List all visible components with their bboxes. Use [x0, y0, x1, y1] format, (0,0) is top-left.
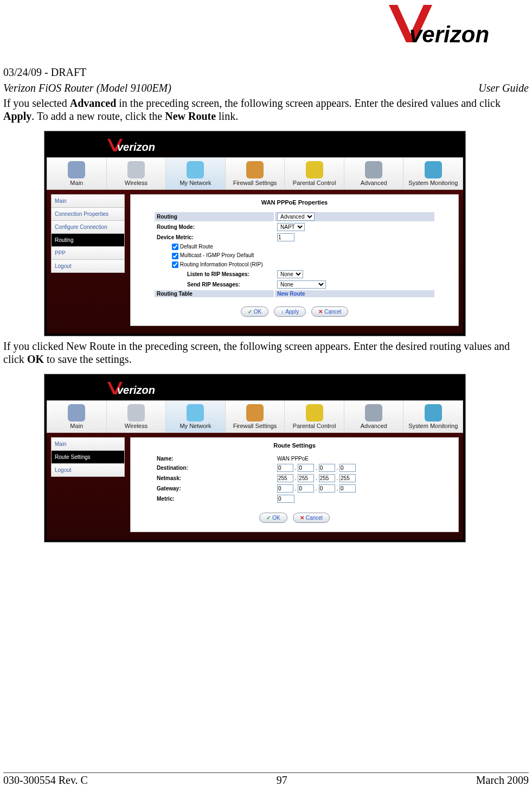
nav-label: Parental Control	[285, 423, 344, 429]
nav-label: System Monitoring	[403, 180, 463, 186]
input-device-metric[interactable]	[277, 233, 294, 241]
label-routing-mode: Routing Mode:	[155, 222, 274, 232]
panel-title: WAN PPPoE Properties	[131, 195, 458, 211]
input-destination-octet-1[interactable]	[277, 464, 293, 472]
cb-multicast[interactable]	[172, 253, 178, 259]
draft-line: 03/24/09 - DRAFT	[3, 66, 529, 79]
nav-label: System Monitoring	[403, 423, 463, 429]
ok-button[interactable]: ✓OK	[241, 306, 268, 317]
page-footer: 030-300554 Rev. C 97 March 2009	[3, 772, 529, 787]
panel-title: Route Settings	[131, 438, 458, 454]
sidebar-item-configure-connection[interactable]: Configure Connection	[51, 220, 125, 233]
nav-wireless[interactable]: Wireless	[107, 158, 166, 189]
label-gateway: Gateway:	[155, 484, 274, 493]
nav-label: Main	[47, 423, 106, 429]
sidebar: MainRoute SettingsLogout	[51, 437, 125, 532]
input-netmask-octet-1[interactable]	[277, 474, 293, 482]
input-metric[interactable]	[277, 495, 294, 503]
cb-default-route[interactable]	[172, 244, 178, 250]
nav-system-monitoring[interactable]: System Monitoring	[403, 401, 463, 432]
footer-right: March 2009	[476, 774, 529, 787]
cancel-button[interactable]: ✕Cancel	[293, 513, 330, 523]
label-name: Name:	[155, 455, 274, 462]
label-routing-table: Routing Table	[155, 290, 274, 297]
label-routing: Routing	[155, 212, 274, 221]
nav-main[interactable]: Main	[47, 158, 107, 189]
cb-rip[interactable]	[172, 261, 178, 268]
input-gateway-octet-2[interactable]	[298, 484, 314, 493]
nav-icon	[68, 404, 85, 421]
sidebar-item-ppp[interactable]: PPP	[51, 246, 125, 259]
nav-label: Wireless	[107, 423, 166, 429]
label-cb-multicast: Multicast - IGMP Proxy Default	[180, 252, 254, 258]
sidebar: MainConnection PropertiesConfigure Conne…	[51, 194, 125, 326]
nav-wireless[interactable]: Wireless	[107, 401, 166, 432]
label-listen-rip: Listen to RIP Messages:	[155, 270, 274, 279]
nav-icon	[187, 161, 204, 178]
sidebar-item-connection-properties[interactable]: Connection Properties	[51, 207, 125, 220]
input-destination-octet-3[interactable]	[319, 464, 335, 472]
nav-firewall-settings[interactable]: Firewall Settings	[226, 401, 285, 432]
link-new-route[interactable]: New Route	[277, 291, 305, 297]
cancel-button[interactable]: ✕Cancel	[311, 306, 348, 317]
input-destination-octet-2[interactable]	[298, 464, 314, 472]
nav-icon	[187, 404, 204, 421]
nav-parental-control[interactable]: Parental Control	[285, 401, 344, 432]
verizon-logo: verizon	[383, 2, 525, 50]
label-cb-rip: Routing Information Protocol (RIP)	[180, 261, 263, 267]
screenshot-route-settings: verizon MainWirelessMy NetworkFirewall S…	[44, 374, 466, 542]
nav-row: MainWirelessMy NetworkFirewall SettingsP…	[47, 400, 463, 433]
select-send-rip[interactable]: None	[277, 280, 326, 289]
input-gateway-octet-3[interactable]	[319, 484, 335, 493]
nav-label: My Network	[166, 180, 225, 186]
nav-label: Advanced	[344, 180, 403, 186]
svg-text:verizon: verizon	[117, 384, 155, 396]
input-gateway-octet-1[interactable]	[277, 484, 293, 493]
nav-icon	[127, 161, 145, 178]
input-netmask-octet-4[interactable]	[339, 474, 356, 482]
nav-icon	[365, 161, 382, 178]
nav-advanced[interactable]: Advanced	[344, 158, 404, 189]
ok-button[interactable]: ✓OK	[259, 513, 287, 523]
select-listen-rip[interactable]: None	[277, 270, 303, 278]
verizon-logo-small: verizon	[106, 138, 177, 154]
nav-icon	[306, 161, 323, 178]
label-cb-default-route: Default Route	[180, 244, 213, 250]
select-routing-mode[interactable]: NAPT	[277, 223, 305, 231]
label-device-metric: Device Metric:	[155, 233, 274, 242]
nav-icon	[68, 161, 85, 178]
sidebar-item-routing[interactable]: Routing	[51, 233, 125, 246]
nav-row: MainWirelessMy NetworkFirewall SettingsP…	[47, 157, 463, 190]
nav-icon	[306, 404, 323, 421]
input-gateway-octet-4[interactable]	[339, 484, 356, 493]
nav-my-network[interactable]: My Network	[166, 401, 226, 432]
select-routing[interactable]: Advanced	[277, 213, 315, 221]
input-netmask-octet-2[interactable]	[298, 474, 314, 482]
footer-left: 030-300554 Rev. C	[3, 774, 88, 787]
input-netmask-octet-3[interactable]	[319, 474, 335, 482]
label-destination: Destination:	[155, 463, 274, 472]
nav-parental-control[interactable]: Parental Control	[285, 158, 344, 189]
sidebar-item-main[interactable]: Main	[51, 194, 125, 207]
nav-icon	[425, 404, 442, 421]
nav-label: My Network	[166, 423, 225, 429]
nav-label: Main	[47, 180, 106, 186]
input-destination-octet-4[interactable]	[339, 464, 356, 472]
nav-advanced[interactable]: Advanced	[344, 401, 404, 432]
nav-label: Advanced	[344, 423, 403, 429]
nav-icon	[246, 404, 264, 421]
sidebar-item-logout[interactable]: Logout	[51, 259, 125, 273]
sidebar-item-main[interactable]: Main	[51, 437, 125, 450]
nav-my-network[interactable]: My Network	[166, 158, 226, 189]
nav-main[interactable]: Main	[47, 401, 107, 432]
nav-firewall-settings[interactable]: Firewall Settings	[226, 158, 285, 189]
svg-text:verizon: verizon	[409, 22, 489, 47]
nav-icon	[425, 161, 442, 178]
nav-label: Parental Control	[285, 180, 344, 186]
nav-system-monitoring[interactable]: System Monitoring	[403, 158, 463, 189]
footer-page: 97	[277, 774, 287, 787]
apply-button[interactable]: ↓Apply	[274, 306, 306, 317]
sidebar-item-logout[interactable]: Logout	[51, 463, 125, 477]
sidebar-item-route-settings[interactable]: Route Settings	[51, 450, 125, 463]
doc-subtitle: User Guide	[478, 82, 529, 94]
